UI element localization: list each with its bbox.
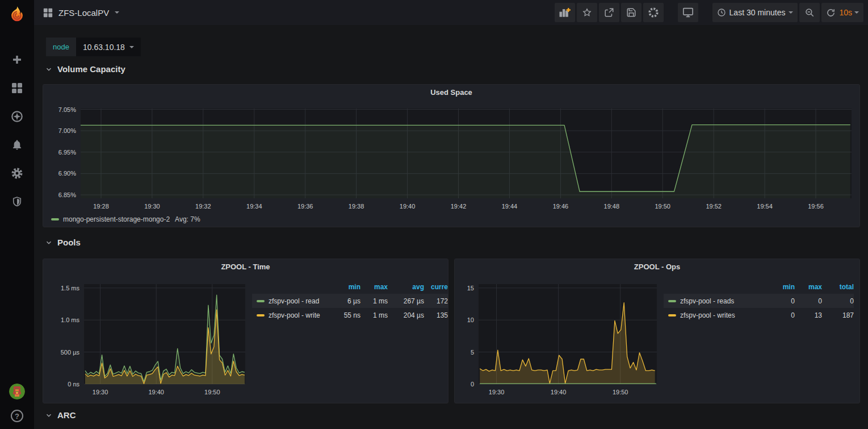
svg-text:19:40: 19:40 [148, 389, 164, 395]
legend-series-toggle[interactable]: zfspv-pool - reads [664, 297, 766, 305]
series-color-marker [257, 314, 265, 316]
time-range-picker[interactable]: Last 30 minutes [712, 3, 798, 22]
panel-title[interactable]: ZPOOL - Time [43, 263, 448, 271]
avatar-pixel-icon [9, 384, 25, 399]
svg-text:500 µs: 500 µs [61, 349, 80, 356]
legend-header-row: min max total [664, 280, 854, 294]
panel-used-space: Used Space 6.85%6.90%6.95%7.00%7.05%19:2… [43, 84, 860, 227]
star-icon [582, 7, 592, 18]
clock-icon [717, 8, 726, 17]
zpool-ops-legend: min max total zfspv-pool - reads 0 0 0 z… [664, 280, 854, 322]
legend-header-current[interactable]: curre [424, 283, 448, 291]
dashboards-grid-icon [11, 82, 23, 94]
grafana-flame-icon [7, 5, 27, 24]
star-dashboard-button[interactable] [577, 3, 597, 22]
dashboard-title: ZFS-LocalPV [58, 8, 109, 18]
svg-text:19:50: 19:50 [204, 389, 220, 395]
svg-text:0: 0 [471, 381, 474, 388]
legend-header-max[interactable]: max [360, 283, 388, 291]
chevron-down-icon [115, 11, 119, 14]
sidebar-item-create[interactable] [6, 52, 28, 67]
series-label: zfspv-pool - writes [680, 311, 735, 319]
sidebar-item-explore[interactable] [6, 109, 28, 124]
add-panel-icon [559, 7, 571, 18]
svg-text:19:38: 19:38 [349, 203, 364, 210]
panel-title[interactable]: ZPOOL - Ops [455, 263, 859, 271]
legend-value-avg: 204 µs [388, 311, 424, 319]
svg-text:19:44: 19:44 [502, 203, 518, 210]
legend-value-total: 187 [822, 311, 854, 319]
series-label: zfspv-pool - write [269, 311, 320, 319]
legend-header-avg[interactable]: avg [388, 283, 424, 291]
sidebar-item-alerting[interactable] [6, 138, 28, 152]
dashboard-grid-icon [43, 8, 53, 18]
svg-text:19:46: 19:46 [553, 203, 569, 210]
node-variable-dropdown[interactable]: 10.63.10.18 [76, 38, 141, 56]
svg-text:19:52: 19:52 [706, 203, 722, 210]
user-avatar[interactable] [9, 384, 25, 399]
legend-series-toggle[interactable]: zfspv-pool - read [252, 297, 332, 305]
legend-header-min[interactable]: min [766, 283, 795, 291]
chevron-down-icon [789, 11, 793, 14]
svg-text:6.90%: 6.90% [58, 170, 76, 177]
refresh-interval-label: 10s [839, 8, 852, 17]
chevron-down-icon [45, 65, 53, 73]
legend-value-min: 0 [766, 311, 795, 319]
series-color-marker [668, 300, 676, 302]
legend-header-min[interactable]: min [332, 283, 360, 291]
legend-header-row: min max avg curre [252, 280, 448, 294]
series-avg-value: Avg: 7% [175, 215, 200, 223]
legend-series-toggle[interactable]: zfspv-pool - write [252, 311, 332, 319]
svg-text:19:48: 19:48 [604, 203, 620, 210]
template-variables-bar: node 10.63.10.18 [46, 38, 141, 56]
share-icon [604, 7, 614, 18]
refresh-icon [826, 8, 836, 18]
zoom-out-time-button[interactable] [799, 3, 820, 22]
used-space-chart[interactable]: 6.85%6.90%6.95%7.00%7.05%19:2819:3019:32… [48, 103, 855, 213]
svg-text:7.05%: 7.05% [58, 106, 76, 113]
svg-text:0 ns: 0 ns [68, 381, 79, 388]
used-space-legend-item[interactable]: mongo-persistent-storage-mongo-2 Avg: 7% [51, 215, 200, 223]
variable-name-label: node [46, 38, 76, 56]
legend-series-toggle[interactable]: zfspv-pool - writes [664, 311, 766, 319]
zpool-ops-chart[interactable]: 05101519:3019:4019:50 [459, 278, 659, 399]
zpool-time-chart[interactable]: 0 ns500 µs1.0 ms1.5 ms19:3019:4019:50 [48, 278, 248, 399]
sidebar: ? [0, 0, 34, 429]
series-color-marker [668, 314, 676, 316]
svg-text:5: 5 [471, 349, 474, 356]
sidebar-item-configuration[interactable] [6, 166, 28, 181]
svg-text:19:34: 19:34 [246, 203, 262, 210]
row-pools[interactable]: Pools [45, 238, 81, 247]
add-panel-button[interactable] [555, 3, 575, 22]
dashboard-title-dropdown[interactable]: ZFS-LocalPV [43, 8, 119, 18]
series-color-marker [51, 218, 59, 220]
legend-value-min: 55 ns [332, 311, 360, 319]
svg-text:19:54: 19:54 [757, 203, 773, 210]
node-variable-value: 10.63.10.18 [83, 43, 125, 52]
grafana-logo[interactable] [0, 0, 34, 30]
series-label: mongo-persistent-storage-mongo-2 [63, 215, 170, 223]
sidebar-item-server-admin[interactable] [6, 194, 28, 209]
refresh-picker[interactable]: 10s [821, 3, 863, 22]
row-arc[interactable]: ARC [45, 410, 76, 420]
sidebar-item-dashboards[interactable] [6, 81, 28, 95]
panel-title[interactable]: Used Space [43, 88, 859, 97]
row-volume-capacity[interactable]: Volume Capacity [45, 64, 125, 74]
chevron-down-icon [45, 411, 53, 419]
svg-text:19:36: 19:36 [297, 203, 313, 210]
top-navbar: ZFS-LocalPV [34, 0, 868, 25]
dashboard-settings-button[interactable] [643, 3, 664, 22]
panel-zpool-time: ZPOOL - Time 0 ns500 µs1.0 ms1.5 ms19:30… [43, 259, 448, 403]
legend-header-max[interactable]: max [795, 283, 822, 291]
cycle-view-mode-button[interactable] [678, 3, 698, 22]
legend-header-total[interactable]: total [822, 283, 854, 291]
help-button[interactable]: ? [11, 410, 23, 422]
legend-value-current: 135 [424, 311, 448, 319]
gear-icon [648, 7, 659, 18]
save-dashboard-button[interactable] [621, 3, 641, 22]
svg-text:7.00%: 7.00% [58, 127, 76, 134]
series-color-marker [257, 300, 265, 302]
svg-text:19:32: 19:32 [195, 203, 211, 210]
chevron-down-icon [45, 239, 53, 247]
share-dashboard-button[interactable] [599, 3, 619, 22]
